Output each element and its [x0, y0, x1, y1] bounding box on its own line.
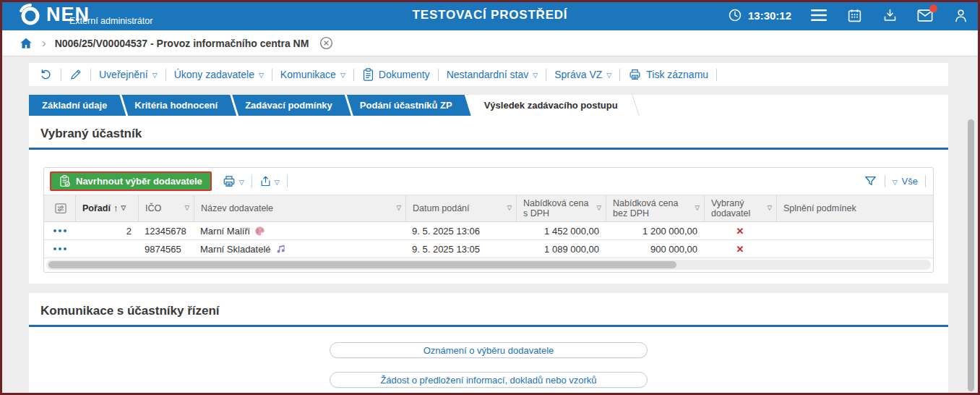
dropdown-icon[interactable]: ▽ [396, 205, 401, 212]
row-menu-button[interactable] [53, 247, 66, 250]
propose-supplier-button[interactable]: Navrhnout výběr dodavatele [50, 171, 212, 191]
filter-icon[interactable] [864, 174, 877, 188]
printer-icon [222, 174, 236, 188]
request-documents-button[interactable]: Žádost o předložení informací, dokladů n… [330, 372, 648, 388]
column-header-price-vat[interactable]: Nabídková cena s DPH ▽ [516, 195, 606, 221]
column-settings-icon [53, 201, 68, 216]
column-header-submitted[interactable]: Datum podání ▽ [405, 195, 516, 221]
menu-communication[interactable]: Komunikace ▽ [280, 69, 345, 80]
toolbar-separator [272, 69, 272, 81]
tab-procedure-result-label: Výsledek zadávacího postupu [484, 100, 618, 111]
column-header-supplier[interactable]: Název dodavatele ▽ [194, 195, 405, 221]
toolbar-separator [438, 69, 439, 81]
dropdown-icon[interactable]: ▽ [507, 205, 512, 212]
hamburger-icon [811, 9, 827, 22]
edit-button[interactable] [69, 68, 82, 81]
print-record-button[interactable]: Tisk záznamu [628, 68, 708, 81]
table-row[interactable]: 2 12345678 Marní Malíři 9. 5. 2025 13:06… [44, 222, 933, 240]
calendar-button[interactable] [846, 7, 862, 23]
menu-contract-admin-label: Správa VZ [554, 69, 602, 80]
menu-contracting-actions-label: Úkony zadavatele [174, 69, 254, 80]
palette-icon [254, 226, 265, 237]
export-icon [259, 174, 272, 188]
vertical-scrollbar-thumb[interactable] [968, 119, 974, 391]
app-header: NEN Externí administrátor TESTOVACÍ PROS… [0, 0, 980, 30]
section-heading: Komunikace s účastníky řízení [29, 293, 948, 318]
column-header-conditions[interactable]: Splnění podmínek [776, 195, 933, 221]
grid-print-button[interactable]: ▽ [222, 174, 244, 188]
menu-button[interactable] [811, 7, 827, 23]
toolbar-separator [546, 69, 546, 81]
dropdown-icon[interactable]: ▽ [184, 205, 189, 212]
home-icon[interactable] [19, 36, 33, 51]
section-rule [29, 325, 948, 327]
record-toolbar: Uveřejnění ▽ Úkony zadavatele ▽ Komunika… [29, 63, 948, 86]
messages-button[interactable] [917, 7, 933, 23]
supplier-name: Marní Skladatelé [200, 244, 271, 255]
toolbar-separator [287, 175, 288, 187]
cell-submitted: 9. 5. 2025 13:05 [405, 244, 516, 255]
column-chooser-button[interactable] [44, 195, 75, 221]
table-header-row: Pořadí ↑ ▽ IČO ▽ Název dodavatele ▽ Datu… [44, 195, 933, 222]
selected-participant-section: Vybraný účastník Navrhnout výběr dodavat… [29, 116, 948, 284]
column-header-order[interactable]: Pořadí ↑ ▽ [75, 195, 138, 221]
horizontal-scrollbar[interactable] [46, 260, 931, 270]
calendar-icon [847, 8, 862, 23]
menu-contracting-actions[interactable]: Úkony zadavatele ▽ [174, 69, 264, 80]
propose-supplier-label: Navrhnout výběr dodavatele [76, 176, 202, 187]
menu-documents[interactable]: Dokumenty [362, 68, 430, 82]
unread-badge [929, 4, 937, 12]
dropdown-icon[interactable]: ▽ [121, 205, 126, 212]
grid-toolbar: Navrhnout výběr dodavatele ▽ ▽ [44, 168, 933, 195]
cell-supplier: Marní Skladatelé [194, 244, 405, 255]
toolbar-separator [619, 69, 620, 81]
tab-evaluation-criteria[interactable]: Kritéria hodnocení [121, 95, 236, 116]
filter-view-select[interactable]: ▽ Vše [893, 176, 918, 187]
toolbar-separator [885, 175, 885, 187]
column-header-selected[interactable]: Vybraný dodavatel ▽ [704, 195, 776, 221]
menu-contract-admin[interactable]: Správa VZ ▽ [554, 69, 611, 80]
time-value: 13:30:12 [748, 9, 791, 22]
refresh-button[interactable] [39, 68, 53, 82]
tab-basic-info[interactable]: Základní údaje [29, 95, 126, 116]
communication-section: Komunikace s účastníky řízení Oznámení o… [29, 293, 948, 395]
table-row[interactable]: 9874565 Marní Skladatelé 9. 5. 2025 13:0… [44, 240, 933, 258]
breadcrumb-record[interactable]: N006/25/V00004537 - Provoz informačního … [55, 38, 309, 49]
pencil-icon [69, 68, 82, 81]
column-selected-label: Vybraný dodavatel [711, 198, 762, 219]
cell-price-novat: 900 000,00 [606, 244, 704, 255]
profile-button[interactable] [953, 7, 968, 23]
column-header-price-novat[interactable]: Nabídková cena bez DPH ▽ [606, 195, 704, 221]
music-notes-icon [275, 244, 285, 254]
cell-order: 2 [75, 226, 138, 237]
section-heading: Vybraný účastník [29, 116, 948, 141]
dropdown-icon: ▽ [340, 72, 345, 79]
communication-buttons: Oznámení o výběru dodavatele Žádost o př… [29, 342, 948, 388]
dropdown-icon[interactable]: ▽ [695, 205, 700, 212]
cell-ico: 12345678 [138, 226, 194, 237]
tab-evaluation-criteria-label: Kritéria hodnocení [134, 100, 218, 111]
toolbar-separator [925, 175, 926, 187]
download-icon [882, 8, 898, 23]
downloads-button[interactable] [882, 7, 898, 23]
dropdown-icon[interactable]: ▽ [596, 205, 601, 212]
menu-nonstandard-state[interactable]: Nestandardní stav ▽ [447, 69, 538, 80]
close-record-icon[interactable] [319, 35, 334, 51]
column-header-ico[interactable]: IČO ▽ [138, 195, 194, 221]
toolbar-separator [166, 69, 166, 81]
dropdown-icon: ▽ [152, 72, 158, 79]
supplier-selection-notice-button[interactable]: Oznámení o výběru dodavatele [330, 342, 648, 358]
breadcrumb-chevron: › [42, 36, 46, 51]
tab-participant-submissions[interactable]: Podání účastníků ZP [347, 95, 471, 116]
grid-filter-group: ▽ Vše [864, 174, 926, 188]
column-order-label: Pořadí [82, 203, 111, 213]
horizontal-scrollbar-thumb[interactable] [48, 261, 676, 268]
refresh-icon [39, 68, 53, 82]
tab-tender-conditions[interactable]: Zadávací podmínky [232, 95, 351, 116]
menu-publish[interactable]: Uveřejnění ▽ [99, 69, 158, 80]
row-menu-button[interactable] [53, 229, 66, 232]
clipboard-check-icon [59, 175, 71, 187]
dropdown-icon[interactable]: ▽ [767, 205, 772, 212]
grid-export-button[interactable]: ▽ [259, 174, 280, 188]
tab-procedure-result[interactable]: Výsledek zadávacího postupu [467, 95, 635, 116]
